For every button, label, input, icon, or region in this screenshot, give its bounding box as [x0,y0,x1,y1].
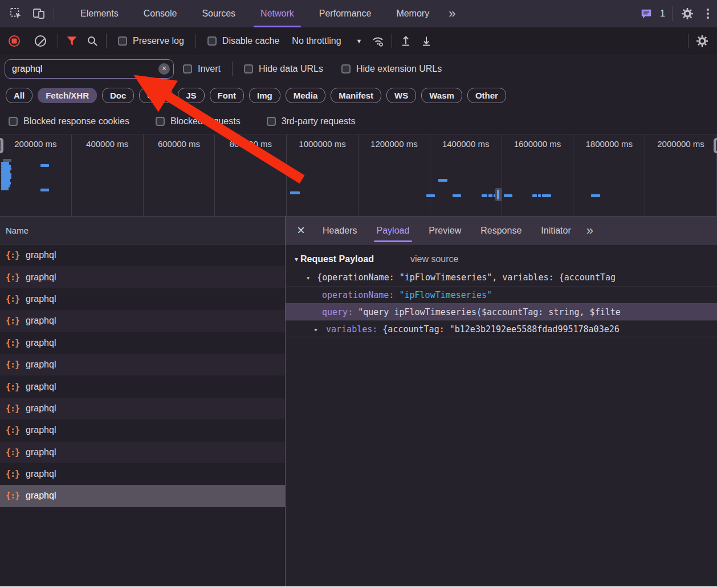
panel-tab[interactable]: Performance [307,0,384,27]
request-row[interactable]: {:} graphql [0,442,285,463]
request-row[interactable]: {:} graphql [0,288,285,310]
type-chip[interactable]: Media [286,88,326,103]
type-chip[interactable]: Doc [102,88,134,103]
timeline-column: 600000 ms [144,134,215,216]
payload-row-operationName[interactable]: operationName: "ipFlowTimeseries" [286,286,717,303]
request-detail-panel: × Headers Payload Preview Response Initi… [286,217,717,586]
timeline-request-bar [532,194,537,197]
checkbox[interactable] [244,64,253,74]
type-chip[interactable]: CSS [139,88,173,103]
fetch-json-icon: {:} [6,250,19,260]
export-har-icon[interactable] [416,31,437,51]
collapse-triangle-icon[interactable]: ▾ [295,255,298,263]
fetch-json-icon: {:} [6,316,19,326]
timeline-tick-label: 1200000 ms [370,139,418,149]
kebab-menu-icon[interactable] [699,9,717,19]
timeline-request-bar [426,194,435,197]
type-chip[interactable]: All [6,88,32,103]
timeline-right-grip[interactable] [714,138,717,153]
record-network-log-icon[interactable] [9,35,20,47]
more-tabs-icon[interactable]: » [442,6,461,21]
detail-tab[interactable]: Preview [419,217,471,245]
section-title: Request Payload [300,254,374,264]
close-icon[interactable]: × [286,222,313,239]
hide-extension-urls-checkbox[interactable]: Hide extension URLs [341,64,442,74]
panel-tab[interactable]: Sources [189,0,248,27]
search-icon[interactable] [82,31,103,51]
filter-text-input[interactable] [5,59,174,79]
checkbox[interactable] [156,117,165,126]
divider [672,6,673,21]
request-row[interactable]: {:} graphql [0,266,285,288]
request-payload-section[interactable]: ▾ Request Payload view source [286,245,717,269]
request-row[interactable]: {:} graphql [0,332,285,354]
request-row[interactable]: {:} graphql [0,354,285,375]
request-rows: {:} graphql {:} graphql {:} graphql {:} … [0,244,285,586]
type-chip[interactable]: Img [249,88,280,103]
invert-filter-checkbox[interactable]: Invert [183,64,221,74]
type-chip[interactable]: Wasm [421,88,462,103]
request-name: graphql [26,469,56,479]
type-chip[interactable]: WS [386,88,416,103]
settings-gear-icon[interactable] [676,2,699,25]
detail-tab[interactable]: Initiator [531,217,580,245]
filter-funnel-icon[interactable] [62,31,82,51]
detail-tab[interactable]: Payload [367,217,419,245]
throttling-select[interactable]: No throttling ▼ [292,36,362,46]
request-name: graphql [26,294,56,304]
request-row[interactable]: {:} graphql [0,310,285,332]
checkbox[interactable] [341,64,351,74]
network-conditions-icon[interactable] [368,31,388,51]
filter-checkbox[interactable]: 3rd-party requests [267,116,356,126]
payload-row-variables[interactable]: ▸ variables: {accountTag: "b12e3b2192ee5… [286,320,717,337]
panel-tab[interactable]: Elements [68,0,131,27]
payload-root-row[interactable]: ▾{operationName: "ipFlowTimeseries", var… [286,269,717,286]
request-row[interactable]: {:} graphql [0,419,285,441]
request-row[interactable]: {:} graphql [0,463,285,485]
request-row[interactable]: {:} graphql [0,375,285,397]
import-har-icon[interactable] [396,31,416,51]
type-chip[interactable]: JS [178,88,204,103]
expand-triangle-icon[interactable]: ▸ [314,321,318,337]
collapse-triangle-icon[interactable]: ▾ [306,274,310,282]
payload-row-query[interactable]: query: "query ipFlowTimeseries($accountT… [286,303,717,320]
device-toolbar-icon[interactable] [27,2,50,25]
checkbox[interactable] [207,36,217,46]
type-chip[interactable]: Manifest [331,88,381,103]
more-detail-tabs-icon[interactable]: » [581,223,599,238]
disable-cache-checkbox[interactable]: Disable cache [207,36,280,46]
request-row[interactable]: {:} graphql [0,244,285,266]
type-chip[interactable]: Fetch/XHR [38,88,97,103]
detail-tab[interactable]: Response [471,217,531,245]
checkbox[interactable] [267,117,276,126]
panel-tab[interactable]: Memory [384,0,442,27]
inspect-element-icon[interactable] [5,2,27,25]
devtools-panel-tabs: Elements Console Sources Network Perform… [68,0,442,27]
fetch-json-icon: {:} [6,338,19,348]
preserve-log-checkbox[interactable]: Preserve log [118,36,184,46]
network-overview-timeline[interactable]: 200000 ms 400000 ms 600000 ms 800000 ms … [0,134,717,217]
panel-tab[interactable]: Console [131,0,190,27]
checkbox[interactable] [9,117,18,126]
request-name: graphql [26,382,56,392]
request-name: graphql [26,360,56,370]
checkbox[interactable] [183,64,192,74]
clear-filter-icon[interactable]: × [158,63,170,75]
timeline-tick-label: 1000000 ms [299,139,346,149]
issues-message-icon[interactable] [635,2,658,25]
name-column-header[interactable]: Name [0,217,285,244]
request-row[interactable]: {:} graphql [0,398,285,419]
filter-checkbox[interactable]: Blocked response cookies [9,116,129,126]
clear-network-log-icon[interactable] [35,35,46,47]
network-settings-gear-icon[interactable] [692,31,712,51]
hide-data-urls-checkbox[interactable]: Hide data URLs [244,64,323,74]
checkbox[interactable] [118,36,127,46]
panel-tab[interactable]: Network [248,0,307,27]
detail-tab[interactable]: Headers [313,217,366,245]
timeline-left-grip[interactable] [0,138,3,153]
type-chip[interactable]: Font [210,88,244,103]
view-source-link[interactable]: view source [410,254,458,264]
filter-checkbox[interactable]: Blocked requests [156,116,241,126]
type-chip[interactable]: Other [467,88,506,103]
request-row[interactable]: {:} graphql [0,485,285,507]
